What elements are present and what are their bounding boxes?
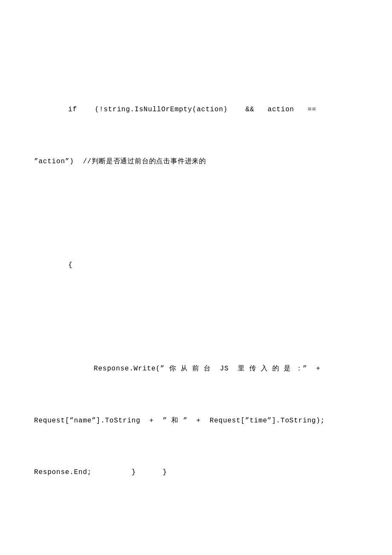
blank-line-1 (34, 52, 358, 64)
code-content: if (!string.IsNullOrEmpty(action) && act… (34, 26, 358, 555)
code-line-5: Request[”name”].ToString + ” 和 ” + Reque… (34, 414, 358, 427)
code-line-2: ”action”) //判断是否通过前台的点击事件进来的 (34, 155, 358, 168)
blank-line-2 (34, 207, 358, 220)
code-line-3: { (34, 259, 358, 272)
code-line-6: Response.End; } } (34, 466, 358, 479)
code-line-1: if (!string.IsNullOrEmpty(action) && act… (34, 103, 358, 116)
blank-line-3 (34, 311, 358, 324)
blank-line-4 (34, 518, 358, 531)
code-line-4: Response.Write(” 你 从 前 台 JS 里 传 入 的 是 ：”… (34, 362, 358, 375)
